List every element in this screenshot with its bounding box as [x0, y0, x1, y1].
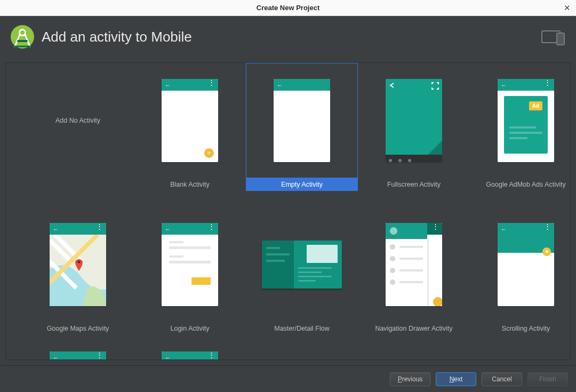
template-thumb: ←⋮	[134, 207, 246, 322]
back-arrow-icon: ←	[277, 82, 283, 89]
device-form-factor-icon	[541, 29, 566, 46]
wizard-header: Add an activity to Mobile	[0, 16, 576, 62]
template-google-maps-activity[interactable]: ←⋮	[22, 207, 134, 335]
thumb-graphic: ←⋮	[50, 351, 106, 359]
template-partial-1[interactable]: ←⋮	[22, 351, 134, 359]
back-arrow-icon: ←	[501, 82, 507, 89]
template-thumb: ←⋮	[134, 351, 246, 359]
overflow-menu-icon: ⋮	[208, 225, 215, 228]
content-area: Add an activity to Mobile Add No Activit…	[0, 16, 576, 392]
close-icon[interactable]: ✕	[564, 3, 571, 13]
overflow-menu-icon: ⋮	[544, 81, 551, 84]
titlebar: Create New Project ✕	[0, 0, 576, 16]
svg-point-6	[77, 260, 80, 263]
template-partial-2[interactable]: ←⋮	[134, 351, 246, 359]
fab-icon: +	[204, 148, 214, 158]
thumb-graphic: ←⋮ Ad	[498, 79, 554, 162]
overflow-menu-icon: ⋮	[96, 225, 103, 228]
back-arrow-icon: ←	[53, 355, 59, 359]
thumb-graphic: ⋮	[386, 223, 442, 306]
template-thumb: ←⋮	[22, 351, 134, 359]
template-caption: Master/Detail Flow	[246, 322, 358, 335]
wizard-footer: Previous Next Cancel Finish	[0, 365, 576, 392]
svg-point-0	[11, 25, 34, 49]
template-thumb: ←⋮	[22, 207, 134, 322]
template-caption: Empty Activity	[246, 178, 358, 191]
finish-button[interactable]: Finish	[527, 372, 568, 386]
back-arrow-icon: ←	[165, 226, 171, 233]
template-caption: Google Maps Activity	[22, 322, 134, 335]
template-caption	[22, 178, 134, 191]
template-scrolling-activity[interactable]: ←⋮ ★ Scrolling Activity	[470, 207, 570, 335]
template-caption: Navigation Drawer Activity	[358, 322, 470, 335]
wizard-window: Create New Project ✕ Add an activity to …	[0, 0, 576, 392]
ad-badge: Ad	[529, 101, 542, 110]
template-caption: Fullscreen Activity	[358, 178, 470, 191]
template-gallery-scroll[interactable]: Add No Activity ←⋮ + Blank Activity	[6, 63, 570, 359]
overflow-menu-icon: ⋮	[96, 354, 103, 356]
template-caption: Blank Activity	[134, 178, 246, 191]
template-caption: Google AdMob Ads Activity	[470, 178, 570, 191]
template-blank-activity[interactable]: ←⋮ + Blank Activity	[134, 63, 246, 191]
template-add-no-activity[interactable]: Add No Activity	[22, 63, 134, 191]
thumb-graphic: ←⋮	[162, 351, 218, 359]
template-thumb	[246, 207, 358, 322]
overflow-menu-icon: ⋮	[208, 354, 215, 356]
fab-icon	[433, 297, 442, 306]
back-arrow-icon: ←	[165, 355, 171, 359]
template-thumb: ←	[246, 63, 358, 178]
page-title: Add an activity to Mobile	[42, 29, 192, 45]
back-arrow-icon	[389, 82, 395, 89]
template-caption: Scrolling Activity	[470, 322, 570, 335]
thumb-graphic	[386, 79, 442, 162]
android-studio-logo-icon	[10, 24, 35, 50]
previous-button[interactable]: Previous	[390, 372, 430, 386]
expand-fullscreen-icon	[431, 82, 439, 90]
template-label: Add No Activity	[55, 117, 100, 124]
map-icon	[50, 235, 106, 306]
template-thumb: ←⋮ +	[134, 63, 246, 178]
template-login-activity[interactable]: ←⋮ Login Activity	[134, 207, 246, 335]
back-arrow-icon: ←	[501, 226, 507, 233]
template-thumb: ⋮	[358, 207, 470, 322]
back-arrow-icon: ←	[165, 82, 171, 89]
template-empty-activity[interactable]: ← Empty Activity	[246, 63, 358, 191]
template-caption: Login Activity	[134, 322, 246, 335]
template-thumb: ←⋮ Ad	[470, 63, 570, 178]
window-title: Create New Project	[257, 4, 320, 12]
thumb-graphic: ←⋮	[50, 223, 106, 306]
template-thumb: ←⋮ ★	[470, 207, 570, 322]
svg-rect-4	[557, 33, 564, 45]
star-fab-icon: ★	[542, 247, 551, 256]
thumb-graphic: ←⋮ ★	[498, 223, 554, 306]
template-thumb-none: Add No Activity	[22, 63, 134, 178]
template-admob-activity[interactable]: ←⋮ Ad Google AdMob Ads Activity	[470, 63, 570, 191]
thumb-graphic: ←⋮	[162, 223, 218, 306]
thumb-graphic: ←	[274, 79, 330, 162]
template-grid: Add No Activity ←⋮ + Blank Activity	[6, 63, 570, 359]
next-button[interactable]: Next	[436, 372, 476, 386]
back-arrow-icon: ←	[53, 226, 59, 233]
template-thumb	[358, 63, 470, 178]
template-gallery-panel: Add No Activity ←⋮ + Blank Activity	[5, 62, 571, 360]
overflow-menu-icon: ⋮	[432, 225, 439, 228]
thumb-graphic: ←⋮ +	[162, 79, 218, 162]
overflow-menu-icon: ⋮	[208, 81, 215, 84]
template-master-detail-flow[interactable]: Master/Detail Flow	[246, 207, 358, 335]
template-fullscreen-activity[interactable]: Fullscreen Activity	[358, 63, 470, 191]
overflow-menu-icon: ⋮	[544, 225, 551, 228]
template-navigation-drawer-activity[interactable]: ⋮	[358, 207, 470, 335]
cancel-button[interactable]: Cancel	[482, 372, 522, 386]
svg-rect-2	[17, 40, 28, 42]
thumb-graphic	[262, 241, 342, 289]
